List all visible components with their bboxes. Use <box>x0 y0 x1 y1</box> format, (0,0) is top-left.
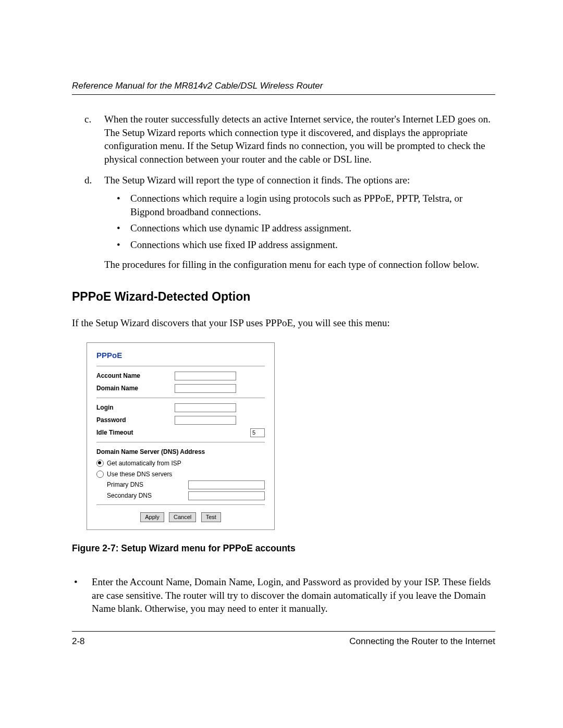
bullet-item: Connections which use dynamic IP address… <box>117 221 495 235</box>
idle-timeout-label: Idle Timeout <box>96 428 175 437</box>
divider <box>96 442 265 442</box>
secondary-dns-label: Secondary DNS <box>107 491 188 500</box>
cancel-button[interactable]: Cancel <box>169 512 196 522</box>
apply-button[interactable]: Apply <box>140 512 164 522</box>
instruction-list: Enter the Account Name, Domain Name, Log… <box>72 575 495 615</box>
dns-heading: Domain Name Server (DNS) Address <box>96 448 205 456</box>
section-intro: If the Setup Wizard discovers that your … <box>72 316 495 330</box>
footer-rule <box>72 631 495 632</box>
dns-auto-option[interactable]: Get automatically from ISP <box>96 459 265 467</box>
ordered-list: c. When the router successfully detects … <box>72 113 495 271</box>
list-marker: c. <box>84 113 91 126</box>
radio-icon <box>96 460 104 467</box>
chapter-title: Connecting the Router to the Internet <box>349 636 495 648</box>
page-footer: 2-8 Connecting the Router to the Interne… <box>72 636 495 648</box>
password-input[interactable] <box>175 416 236 425</box>
dns-use-label: Use these DNS servers <box>107 470 172 478</box>
account-name-input[interactable] <box>175 372 236 380</box>
test-button[interactable]: Test <box>201 512 221 522</box>
pppoe-title: PPPoE <box>96 350 265 361</box>
login-input[interactable] <box>175 403 236 412</box>
pppoe-config-panel: PPPoE Account Name Domain Name Login Pas… <box>87 342 275 529</box>
idle-timeout-input[interactable]: 5 <box>250 428 265 437</box>
instruction-item: Enter the Account Name, Domain Name, Log… <box>72 575 495 615</box>
dns-auto-label: Get automatically from ISP <box>107 459 181 467</box>
list-item-d: d. The Setup Wizard will report the type… <box>84 174 495 272</box>
domain-name-label: Domain Name <box>96 384 175 392</box>
running-header: Reference Manual for the MR814v2 Cable/D… <box>72 81 495 95</box>
bullet-item: Connections which require a login using … <box>117 192 495 218</box>
divider <box>96 398 265 398</box>
domain-name-input[interactable] <box>175 384 236 393</box>
divider <box>96 504 265 505</box>
secondary-dns-input[interactable] <box>188 491 265 500</box>
button-row: Apply Cancel Test <box>96 512 265 522</box>
list-item-text: The Setup Wizard will report the type of… <box>104 175 410 186</box>
section-heading: PPPoE Wizard-Detected Option <box>72 289 495 305</box>
password-label: Password <box>96 416 175 424</box>
list-item-followup: The procedures for filling in the config… <box>104 258 495 272</box>
primary-dns-label: Primary DNS <box>107 480 188 489</box>
account-name-label: Account Name <box>96 372 175 380</box>
list-item-c: c. When the router successfully detects … <box>84 113 495 166</box>
bullet-item: Connections which use fixed IP address a… <box>117 238 495 252</box>
list-marker: d. <box>84 174 92 187</box>
bullet-list: Connections which require a login using … <box>104 192 495 252</box>
page-number: 2-8 <box>72 636 85 648</box>
dns-manual-option[interactable]: Use these DNS servers <box>96 470 265 478</box>
login-label: Login <box>96 403 175 412</box>
figure-caption: Figure 2-7: Setup Wizard menu for PPPoE … <box>72 542 495 555</box>
divider <box>96 366 265 366</box>
primary-dns-input[interactable] <box>188 480 265 489</box>
list-item-text: When the router successfully detects an … <box>104 114 491 165</box>
radio-icon <box>96 471 104 478</box>
